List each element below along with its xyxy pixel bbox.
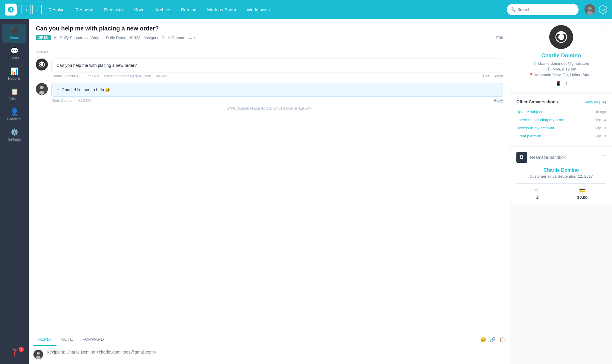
customer-email: charlie.dominoes@gmail.com (104, 74, 151, 78)
content-area: Can you help me with placing a new order… (29, 19, 612, 364)
contacts-icon: 👤 (10, 108, 19, 116)
contact-time: 🕐 Mon, 4:12 pm (516, 67, 606, 71)
mobile-icon[interactable]: 📱 (555, 81, 561, 86)
facebook-icon[interactable]: f (566, 81, 567, 86)
tab-reply[interactable]: REPLY (33, 333, 56, 346)
contact-social: 📱 f (516, 81, 606, 86)
agent-msg-footer: Chris Dunnan · 4:10 PM Reply (51, 99, 503, 103)
reply-input[interactable] (47, 350, 505, 360)
agent-sender: Chris Dunnan (51, 99, 73, 103)
search-icon: 🔍 (510, 7, 515, 12)
sidebar-item-inbox[interactable]: ⬛ Inbox (2, 24, 26, 43)
other-convs-title: Other Conversations (516, 99, 558, 104)
search-input[interactable] (517, 7, 575, 12)
message-row-customer: Can you help me with placing a new order… (36, 59, 503, 78)
link-icon[interactable]: 🔗 (490, 337, 496, 343)
attachment-icon[interactable]: 📋 (499, 337, 505, 343)
remind-button[interactable]: Remind (177, 5, 201, 15)
other-conv-title-1[interactable]: Update subject! (516, 110, 543, 114)
topnav-right: ⏻ (585, 4, 607, 15)
reassign-button[interactable]: Reassign (100, 5, 127, 15)
conversation-header: Can you help me with placing a new order… (29, 19, 510, 44)
reamaze-stat-revenue: 💳 10.00 (577, 187, 587, 200)
other-conv-title-2[interactable]: I need help finding my order. (516, 118, 565, 122)
contact-avatar (549, 25, 573, 49)
workflows-button[interactable]: Workflows (243, 5, 274, 15)
other-conv-time-4: Sep 13 (595, 134, 606, 138)
back-button[interactable]: ‹ (22, 5, 31, 14)
move-button[interactable]: Move (129, 5, 149, 15)
resolve-button[interactable]: Resolve (44, 5, 69, 15)
emoji-icon[interactable]: 😊 (480, 337, 486, 343)
sidebar-item-reports[interactable]: 📊 Reports (2, 64, 26, 84)
agent-message-text: Hi Charlie! I'd love to help 😀 (56, 87, 110, 92)
sidebar-item-articles[interactable]: 📋 Articles (2, 85, 26, 104)
date-label: TODAY (36, 50, 503, 54)
messages-area: TODAY Can you help me with placing a new… (29, 44, 510, 333)
tab-forward[interactable]: FORWARD (78, 333, 109, 346)
contact-email: ✉ charlie.dominoes@gmail.com (516, 61, 606, 66)
other-convs-header: Other Conversations View all (34) (516, 99, 606, 104)
contact-options-button[interactable]: ··· (601, 24, 607, 30)
reports-icon: 📊 (10, 67, 19, 75)
other-conv-1: Update subject! 3d ago (516, 108, 606, 116)
customer-bubble: Can you help me with placing a new order… (51, 59, 503, 72)
agent-reply-link[interactable]: Reply (494, 99, 503, 103)
reamaze-logo: B (516, 152, 527, 163)
message-row-agent: Hi Charlie! I'd love to help 😀 Chris Dun… (36, 83, 503, 103)
contact-name[interactable]: Charlie Domino (516, 53, 606, 59)
power-button[interactable]: ⏻ (599, 5, 607, 14)
contact-card: ··· Charlie Domino ✉ charlie.dominoes@gm… (510, 19, 612, 92)
reamaze-brand-name: Reamaze Sandbox (530, 155, 566, 160)
settings-icon: ⚙️ (10, 128, 19, 136)
sidebar-item-chats[interactable]: 💬 Chats (2, 44, 26, 63)
svg-point-15 (558, 34, 564, 40)
right-panel: ··· Charlie Domino ✉ charlie.dominoes@gm… (510, 19, 612, 364)
sidebar: ⬛ Inbox 💬 Chats 📊 Reports 📋 Articles 👤 C… (0, 19, 29, 364)
view-all-link[interactable]: View all (34) (585, 100, 606, 104)
widget-icon: 🖥 (53, 35, 57, 40)
conversation-meta: OPEN 🖥 Daffy Support via Widget · Daffy … (36, 35, 503, 40)
conversation-panel: Can you help me with placing a new order… (29, 19, 510, 364)
sidebar-item-contacts[interactable]: 👤 Contacts (2, 105, 26, 124)
inbox-icon: ⬛ (10, 27, 19, 35)
revenue-icon: 💳 (577, 187, 587, 194)
other-conv-title-3[interactable]: Access to my account (516, 126, 554, 130)
other-conv-time-1: 3d ago (595, 110, 606, 114)
archive-button[interactable]: Archive (151, 5, 174, 15)
customer-message-text: Can you help me with placing a new order… (56, 63, 137, 68)
user-avatar[interactable] (585, 4, 595, 15)
other-conv-time-2: Sep 14 (595, 118, 606, 122)
sidebar-label-chats: Chats (10, 56, 19, 60)
other-conv-2: I need help finding my order. Sep 14 (516, 116, 606, 124)
other-conv-3: Access to my account Sep 13 (516, 124, 606, 132)
reply-message-link[interactable]: Reply (494, 74, 503, 78)
edit-link[interactable]: Edit (496, 36, 503, 40)
customer-avatar (36, 59, 48, 70)
sidebar-item-settings[interactable]: ⚙️ Settings (2, 125, 26, 145)
other-conv-title-4[interactable]: Great platform (516, 134, 541, 138)
location-icon: 📍 (529, 73, 533, 77)
forward-button[interactable]: › (32, 5, 42, 14)
respond-button[interactable]: Respond (71, 5, 97, 15)
reamaze-contact-name[interactable]: Charlie Domino (516, 168, 606, 173)
articles-icon: 📋 (10, 88, 19, 96)
tab-note[interactable]: NOTE (56, 333, 78, 346)
reply-icons: 😊 🔗 📋 (480, 337, 505, 343)
help-icon: ❓ (10, 348, 19, 356)
reamaze-stats: 🏷 2 💳 10.00 (516, 183, 606, 200)
svg-point-11 (37, 352, 40, 355)
sidebar-item-help[interactable]: ❓ 3 (2, 345, 26, 359)
edit-message-link[interactable]: Edit (483, 74, 489, 78)
customer-message: Can you help me with placing a new order… (51, 59, 503, 78)
svg-point-9 (39, 91, 45, 95)
mark-as-spam-button[interactable]: Mark as Spam (203, 5, 240, 15)
reply-avatar (33, 350, 43, 359)
email-icon: ✉ (533, 62, 536, 66)
reply-tabs: REPLY NOTE FORWARD 😊 🔗 📋 (29, 333, 510, 346)
sidebar-label-inbox: Inbox (10, 36, 19, 40)
agent-avatar (36, 83, 48, 95)
chats-icon: 💬 (10, 47, 19, 55)
agent-time: 4:10 PM (78, 99, 91, 103)
reamaze-options-button[interactable]: ··· (602, 152, 606, 158)
